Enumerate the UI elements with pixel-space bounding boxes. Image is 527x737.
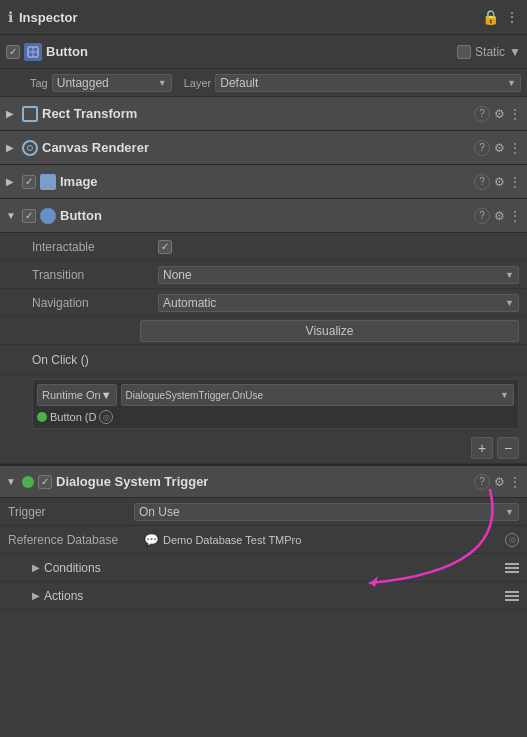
rect-transform-label: Rect Transform (42, 106, 470, 121)
dst-active-checkbox[interactable] (38, 475, 52, 489)
trigger-row: Trigger On Use ▼ (0, 498, 527, 526)
transition-val: None (163, 268, 192, 282)
onclick-event-block: Runtime On▼ DialogueSystemTrigger.OnUse … (32, 379, 519, 429)
button-help[interactable]: ? (474, 208, 490, 224)
dialogue-trigger-header: ▼ Dialogue System Trigger ? ⚙ ⋮ (0, 464, 527, 498)
image-label: Image (60, 174, 470, 189)
conditions-arrow: ▶ (32, 562, 40, 573)
layer-label: Layer (184, 77, 212, 89)
actions-row[interactable]: ▶ Actions (0, 582, 527, 610)
database-value: Demo Database Test TMPro (163, 534, 501, 546)
layer-dropdown[interactable]: Default ▼ (215, 74, 521, 92)
reference-database-label: Reference Database (8, 533, 138, 547)
button-ref: Button (D ◎ (37, 410, 113, 424)
dst-dots[interactable]: ⋮ (509, 475, 521, 489)
actions-arrow: ▶ (32, 590, 40, 601)
inspector-title: Inspector (19, 10, 78, 25)
image-settings[interactable]: ⚙ (494, 175, 505, 189)
target-picker-icon[interactable]: ◎ (99, 410, 113, 424)
interactable-checkbox[interactable] (158, 240, 172, 254)
image-checkbox[interactable] (22, 175, 36, 189)
button-collapse[interactable]: ▼ (6, 210, 18, 221)
onclick-label: On Click () (32, 353, 89, 367)
button-dots[interactable]: ⋮ (509, 209, 521, 223)
menu-icon[interactable]: ⋮ (505, 9, 519, 25)
canvas-renderer-header: ▶ Canvas Renderer ? ⚙ ⋮ (0, 131, 527, 165)
runtime-dropdown[interactable]: Runtime On▼ (37, 384, 117, 406)
rect-transform-dots[interactable]: ⋮ (509, 107, 521, 121)
image-dots[interactable]: ⋮ (509, 175, 521, 189)
visualize-button[interactable]: Visualize (140, 320, 519, 342)
button-component-label: Button (60, 208, 470, 223)
rect-transform-settings[interactable]: ⚙ (494, 107, 505, 121)
trigger-value: On Use (139, 505, 180, 519)
method-value: DialogueSystemTrigger.OnUse (126, 390, 263, 401)
canvas-renderer-dots[interactable]: ⋮ (509, 141, 521, 155)
layer-value: Default (220, 76, 258, 90)
title-bar: ℹ Inspector 🔒 ⋮ (0, 0, 527, 35)
dst-settings[interactable]: ⚙ (494, 475, 505, 489)
dst-help[interactable]: ? (474, 474, 490, 490)
tag-layer-row: Tag Untagged ▼ Layer Default ▼ (0, 69, 527, 97)
add-event-button[interactable]: + (471, 437, 493, 459)
image-header: ▶ Image ? ⚙ ⋮ (0, 165, 527, 199)
database-picker-icon[interactable]: ◎ (505, 533, 519, 547)
canvas-renderer-collapse[interactable]: ▶ (6, 142, 18, 153)
interactable-label: Interactable (32, 240, 152, 254)
transition-value: None ▼ (158, 266, 519, 284)
interactable-row: Interactable (0, 233, 527, 261)
canvas-renderer-settings[interactable]: ⚙ (494, 141, 505, 155)
image-collapse[interactable]: ▶ (6, 176, 18, 187)
rect-transform-collapse[interactable]: ▶ (6, 108, 18, 119)
button-component-header: ▼ Button ? ⚙ ⋮ (0, 199, 527, 233)
onclick-header: On Click () (0, 345, 527, 375)
navigation-row: Navigation Automatic ▼ (0, 289, 527, 317)
canvas-renderer-icon (22, 140, 38, 156)
button-active-checkbox[interactable] (22, 209, 36, 223)
runtime-label: Runtime On▼ (42, 389, 112, 401)
tag-label: Tag (30, 77, 48, 89)
onclick-row1: Runtime On▼ DialogueSystemTrigger.OnUse … (37, 384, 514, 406)
navigation-val: Automatic (163, 296, 216, 310)
static-checkbox[interactable] (457, 45, 471, 59)
transition-dropdown[interactable]: None ▼ (158, 266, 519, 284)
tag-dropdown[interactable]: Untagged ▼ (52, 74, 172, 92)
gameobject-active-checkbox[interactable] (6, 45, 20, 59)
dst-active-dot (22, 476, 34, 488)
canvas-renderer-help[interactable]: ? (474, 140, 490, 156)
button-ref-label: Button (D (50, 411, 96, 423)
interactable-value (158, 240, 519, 254)
onclick-row2: Button (D ◎ (37, 410, 514, 424)
dst-name: Dialogue System Trigger (56, 474, 470, 489)
gameobject-name: Button (46, 44, 453, 59)
transition-label: Transition (32, 268, 152, 282)
static-label: Static (475, 45, 505, 59)
conditions-row[interactable]: ▶ Conditions (0, 554, 527, 582)
rect-transform-help[interactable]: ? (474, 106, 490, 122)
trigger-dropdown[interactable]: On Use ▼ (134, 503, 519, 521)
image-help[interactable]: ? (474, 174, 490, 190)
green-dot (37, 412, 47, 422)
visualize-row: Visualize (0, 317, 527, 345)
navigation-dropdown[interactable]: Automatic ▼ (158, 294, 519, 312)
onclick-add-remove: + − (0, 433, 527, 464)
rect-transform-header: ▶ Rect Transform ? ⚙ ⋮ (0, 97, 527, 131)
database-icon: 💬 (144, 533, 159, 547)
gameobject-row: Button Static ▼ (0, 35, 527, 69)
static-dropdown-arrow[interactable]: ▼ (509, 45, 521, 59)
method-dropdown[interactable]: DialogueSystemTrigger.OnUse ▼ (121, 384, 514, 406)
tag-value: Untagged (57, 76, 109, 90)
remove-event-button[interactable]: − (497, 437, 519, 459)
inspector-icon: ℹ (8, 9, 13, 25)
button-settings[interactable]: ⚙ (494, 209, 505, 223)
dst-collapse[interactable]: ▼ (6, 476, 18, 487)
button-component-icon (40, 208, 56, 224)
conditions-label: Conditions (44, 561, 101, 575)
navigation-label: Navigation (32, 296, 152, 310)
static-area: Static ▼ (457, 45, 521, 59)
rect-transform-icon (22, 106, 38, 122)
trigger-label: Trigger (8, 505, 128, 519)
canvas-renderer-label: Canvas Renderer (42, 140, 470, 155)
lock-icon[interactable]: 🔒 (482, 9, 499, 25)
gameobject-icon (24, 43, 42, 61)
